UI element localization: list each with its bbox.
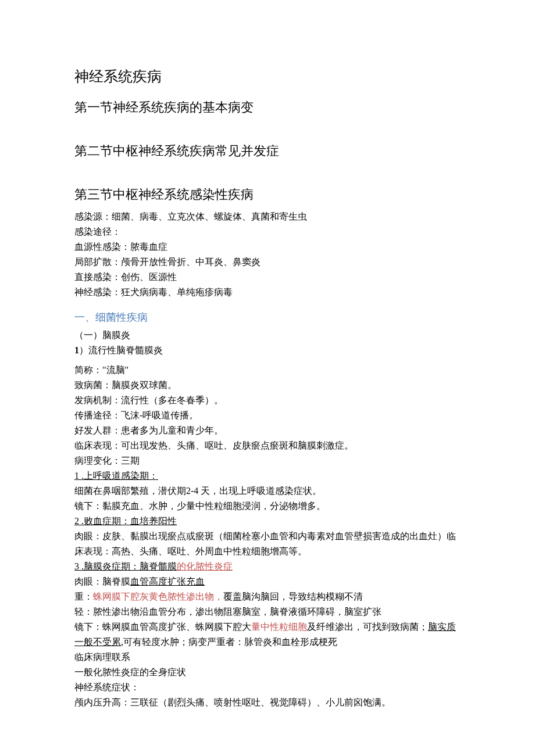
phase-2-num: 2 — [74, 516, 79, 526]
route-blood: 血源性感染：脓毒血症 — [74, 239, 461, 255]
phase-3-line-b: 重：蛛网膜下腔灰黄色脓性渗出物，覆盖脑沟脑回，导致结构模糊不清 — [74, 589, 461, 604]
route-direct: 直接感染：创伤、医源性 — [74, 270, 461, 285]
population: 好发人群：患者多为儿童和青少年。 — [74, 423, 461, 438]
p3d-post: ,可有轻度水肿；病变严重者：脉管炎和血栓形成梗死 — [121, 637, 337, 647]
phase-3-title-b: 的化脓性炎症 — [177, 561, 233, 571]
pathogen: 致病菌：脑膜炎双球菌。 — [74, 378, 461, 393]
clinical: 临床表现：可出现发热、头痛、呕吐、皮肤瘀点瘀斑和脑膜刺激症。 — [74, 438, 461, 453]
phase-3-heading: 3 .脑膜炎症期：脑脊髓膜的化脓性炎症 — [74, 559, 461, 574]
main-title: 神经系统疾病 — [74, 67, 461, 86]
section-3-heading: 第三节中枢神经系统感染性疾病 — [74, 186, 461, 203]
p3a-pre: 肉眼：脑脊膜 — [74, 576, 130, 586]
infection-routes-label: 感染途径： — [74, 224, 461, 239]
p3b-pre: 重： — [74, 592, 93, 601]
transmission-route: 传播途径：飞沫-呼吸道传播。 — [74, 408, 461, 423]
phase-3-title-a: .脑膜炎症期：脑脊髓膜 — [79, 561, 177, 571]
p3b-red: 蛛网膜下腔灰黄色脓性渗出物， — [93, 592, 223, 601]
meningitis-heading: （一）脑膜炎 — [74, 328, 461, 343]
alias: 简称："流脑" — [74, 363, 461, 378]
phase-1-num: 1 — [74, 471, 79, 481]
phase-2-title: .败血症期：血培养阳性 — [79, 516, 177, 526]
phase-3-line-a: 肉眼：脑脊膜血管高度扩张充血 — [74, 574, 461, 589]
item-title-1: ）流行性脑脊髓膜炎 — [79, 345, 163, 355]
infection-source: 感染源：细菌、病毒、立克次体、螺旋体、真菌和寄生虫 — [74, 209, 461, 224]
section-2-heading: 第二节中枢神经系统疾病常见并发症 — [74, 142, 461, 160]
bacterial-heading: 一、细菌性疾病 — [74, 310, 461, 324]
item-number-1: 1 — [74, 345, 79, 355]
phase-3-num: 3 — [74, 561, 79, 571]
p3b-post: 覆盖脑沟脑回，导致结构模糊不清 — [223, 592, 363, 601]
clinical-link-1: 临床病理联系 — [74, 650, 461, 665]
phase-2-line-a: 肉眼：皮肤、黏膜出现瘀点或瘀斑（细菌栓塞小血管和内毒素对血管壁损害造成的出血灶）… — [74, 529, 461, 559]
p3d-pre: 镜下：蛛网膜血管高度扩张、蛛网膜下腔大 — [74, 622, 251, 632]
document-page: 神经系统疾病 第一节神经系统疾病的基本病变 第二节中枢神经系统疾病常见并发症 第… — [0, 0, 535, 756]
p3d-red: 量中性粒细胞 — [251, 622, 307, 632]
p3d-mid: 及纤维渗出，可找到致病菌； — [307, 622, 428, 632]
intro-block: 感染源：细菌、病毒、立克次体、螺旋体、真菌和寄生虫 感染途径： 血源性感染：脓毒… — [74, 209, 461, 300]
clinical-link-2: 一般化脓性炎症的全身症状 — [74, 665, 461, 680]
clinical-link-3: 神经系统症状： — [74, 680, 461, 695]
disease-1-heading: 1）流行性脑脊髓膜炎 — [74, 343, 461, 358]
phase-3-line-d: 镜下：蛛网膜血管高度扩张、蛛网膜下腔大量中性粒细胞及纤维渗出，可找到致病菌；脑实… — [74, 619, 461, 650]
pathology: 病理变化：三期 — [74, 453, 461, 468]
phase-1-line-a: 细菌在鼻咽部繁殖，潜伏期2-4 天，出现上呼吸道感染症状。 — [74, 483, 461, 499]
p3a-underline: 血管高度扩张充血 — [130, 576, 205, 586]
clinical-link-4: 颅内压升高：三联征（剧烈头痛、喷射性呕吐、视觉障碍）、小儿前囟饱满。 — [74, 695, 461, 710]
mechanism: 发病机制：流行性（多在冬春季）。 — [74, 393, 461, 408]
phase-3-line-c: 轻：脓性渗出物沿血管分布，渗出物阻塞脑室，脑脊液循环障碍，脑室扩张 — [74, 604, 461, 619]
route-neural: 神经感染：狂犬病病毒、单纯疱疹病毒 — [74, 285, 461, 300]
phase-1-title: .上呼吸道感染期： — [79, 471, 158, 481]
phase-1-line-b: 镜下：黏膜充血、水肿，少量中性粒细胞浸润，分泌物增多。 — [74, 499, 461, 514]
phase-1-heading: 1 .上呼吸道感染期： — [74, 468, 461, 483]
phase-2-heading: 2 .败血症期：血培养阳性 — [74, 514, 461, 529]
section-1-heading: 第一节神经系统疾病的基本病变 — [74, 99, 461, 116]
route-local: 局部扩散：颅骨开放性骨折、中耳炎、鼻窦炎 — [74, 255, 461, 270]
